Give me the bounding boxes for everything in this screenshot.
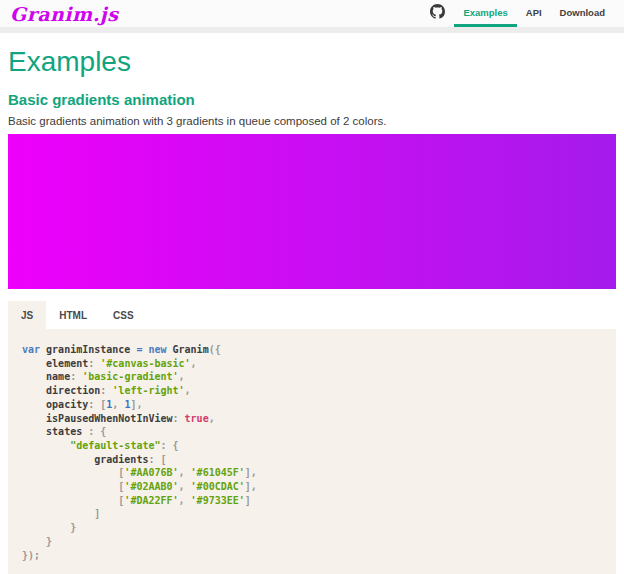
code-line: ]: [22, 507, 602, 521]
tab-html[interactable]: HTML: [46, 301, 100, 329]
main-content: Examples Basic gradients animation Basic…: [0, 46, 624, 574]
granim-logo[interactable]: Granim.js: [10, 3, 118, 25]
code-block[interactable]: var granimInstance = new Granim({ elemen…: [8, 329, 616, 574]
github-link[interactable]: [421, 0, 454, 27]
code-line: states : {: [22, 425, 602, 439]
code-line: var granimInstance = new Granim({: [22, 343, 602, 357]
code-line: }: [22, 535, 602, 549]
tab-js[interactable]: JS: [8, 301, 46, 329]
code-line: opacity: [1, 1],: [22, 398, 602, 412]
section-title: Basic gradients animation: [8, 91, 616, 108]
code-line: "default-state": {: [22, 439, 602, 453]
code-tabbar: JS HTML CSS: [8, 301, 616, 329]
nav-item-download[interactable]: Download: [551, 0, 614, 27]
header-divider: [0, 27, 624, 33]
code-line: ['#AA076B', '#61045F'],: [22, 466, 602, 480]
section-description: Basic gradients animation with 3 gradien…: [8, 115, 616, 127]
code-line: gradients: [: [22, 453, 602, 467]
nav-item-api[interactable]: API: [517, 0, 551, 27]
tab-css[interactable]: CSS: [100, 301, 147, 329]
gradient-canvas: [8, 134, 616, 289]
code-line: }: [22, 521, 602, 535]
code-line: direction: 'left-right',: [22, 384, 602, 398]
app-header: Granim.js Examples API Download: [0, 0, 624, 27]
page-title: Examples: [8, 46, 616, 78]
code-line: name: 'basic-gradient',: [22, 370, 602, 384]
github-icon: [430, 4, 445, 23]
nav-item-examples[interactable]: Examples: [454, 0, 516, 27]
code-line: ['#02AAB0', '#00CDAC'],: [22, 480, 602, 494]
code-line: });: [22, 549, 602, 563]
main-nav: Examples API Download: [421, 0, 614, 27]
code-line: ['#DA22FF', '#9733EE']: [22, 494, 602, 508]
code-line: element: '#canvas-basic',: [22, 357, 602, 371]
code-line: isPausedWhenNotInView: true,: [22, 412, 602, 426]
